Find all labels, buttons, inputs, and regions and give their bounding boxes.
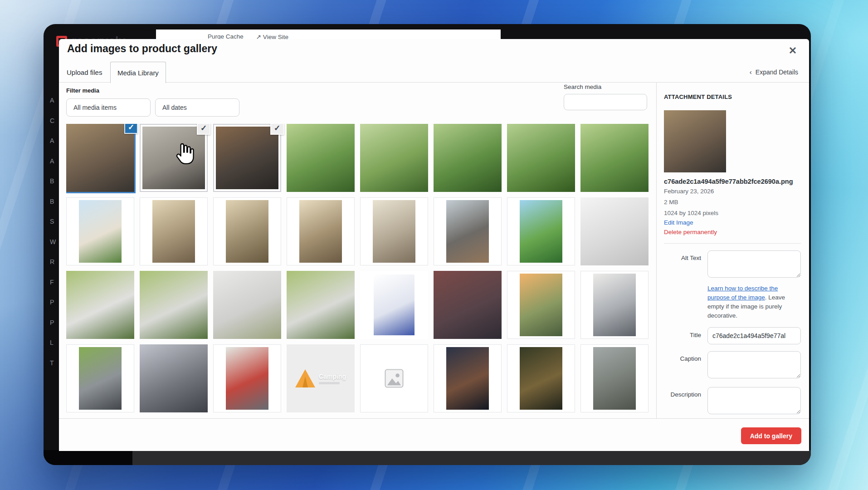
media-item-flashlight-gray-wood[interactable]: ✓: [140, 124, 208, 192]
description-label: Description: [664, 387, 707, 416]
filter-media-label: Filter media: [66, 87, 649, 94]
selected-check-icon[interactable]: ✓: [124, 124, 138, 134]
media-item-camp-stove-canister[interactable]: [360, 271, 428, 339]
media-item-rv-interior-window[interactable]: [287, 197, 355, 265]
media-item-screen-tent-sunset[interactable]: [507, 271, 575, 339]
media-item-privacy-tent[interactable]: [434, 124, 502, 192]
media-item-privacy-tent-open[interactable]: [507, 124, 575, 192]
media-item-white-plastic-detail[interactable]: [580, 197, 649, 265]
close-icon[interactable]: ✕: [786, 44, 799, 57]
window-bottom-strip: [44, 450, 811, 465]
media-item-hiker-mountains[interactable]: [580, 344, 649, 412]
attachment-filesize: 2 MB: [664, 197, 801, 207]
media-item-gray-red-tent[interactable]: [580, 271, 649, 339]
admin-menu-item-clipped[interactable]: R: [50, 258, 60, 279]
media-item-cooler-open-2[interactable]: [287, 271, 355, 339]
admin-menu-item-clipped[interactable]: A: [50, 97, 60, 117]
admin-menu-item-clipped[interactable]: B: [50, 198, 60, 218]
app-window: reservely Purge Cache ↗ View Site ACAABB…: [44, 24, 811, 465]
attachment-details-heading: ATTACHMENT DETAILS: [664, 93, 801, 100]
edit-image-link[interactable]: Edit Image: [664, 218, 801, 227]
camping-logo-text: Camping: [319, 373, 346, 380]
media-item-tent-interior-closeup[interactable]: [140, 344, 208, 412]
delete-permanently-link[interactable]: Delete permanently: [664, 227, 801, 237]
admin-menu-item-clipped[interactable]: S: [50, 218, 60, 238]
media-item-cabin-tent-park[interactable]: [287, 124, 355, 192]
admin-menu-item-clipped[interactable]: A: [50, 137, 60, 157]
admin-menu-item-clipped[interactable]: P: [50, 319, 60, 339]
media-item-flashlight-angled[interactable]: ✓: [213, 124, 281, 192]
media-item-rv-interior-sofa[interactable]: [213, 197, 281, 265]
expand-details-link[interactable]: ‹ Expand Details: [750, 68, 798, 76]
caption-label: Caption: [664, 351, 707, 380]
admin-menu-item-clipped[interactable]: C: [50, 117, 60, 137]
media-item-camper-bed[interactable]: [360, 197, 428, 265]
title-input[interactable]: [707, 327, 801, 344]
modal-tabbar: Upload files Media Library ‹ Expand Deta…: [59, 62, 809, 83]
media-library-pane: Filter media All media items All dates S…: [59, 83, 656, 418]
orange-tent-icon: [295, 369, 315, 387]
tab-media-library[interactable]: Media Library: [110, 62, 166, 83]
admin-menu-item-clipped[interactable]: T: [50, 359, 60, 380]
attachment-date: February 23, 2026: [664, 186, 801, 196]
add-to-gallery-button[interactable]: Add to gallery: [741, 427, 801, 444]
media-modal: Add images to product gallery ✕ Upload f…: [59, 39, 809, 451]
media-item-camping-logo[interactable]: Camping: [287, 344, 355, 412]
media-item-dome-tent-park[interactable]: [360, 124, 428, 192]
caption-textarea[interactable]: [707, 351, 801, 378]
admin-menu-item-clipped[interactable]: F: [50, 279, 60, 299]
search-media-label: Search media: [564, 83, 647, 90]
admin-menu-item-clipped[interactable]: B: [50, 177, 60, 198]
media-item-cabin-tent-park-2[interactable]: [580, 124, 649, 192]
media-grid: ✓✓✓Camping: [66, 124, 649, 418]
media-item-rv-interior-bed[interactable]: [140, 197, 208, 265]
admin-menu-item-clipped[interactable]: W: [50, 238, 60, 259]
admin-sidebar-bottom: [44, 450, 132, 465]
media-item-car-dashboard[interactable]: [434, 197, 502, 265]
media-item-string-lights-camp[interactable]: [507, 344, 575, 412]
broken-image-icon: [382, 367, 406, 390]
desktop-wallpaper: reservely Purge Cache ↗ View Site ACAABB…: [0, 0, 868, 490]
media-item-truck-camper[interactable]: [66, 197, 134, 265]
admin-menu-item-clipped[interactable]: L: [50, 339, 60, 359]
attachment-dimensions: 1024 by 1024 pixels: [664, 208, 801, 218]
attachment-details-panel: ATTACHMENT DETAILS c76ade2c1a494a5f9e77a…: [656, 83, 809, 418]
media-item-tent-lantern-interior[interactable]: [434, 271, 502, 339]
admin-menu-item-clipped[interactable]: P: [50, 299, 60, 319]
attachment-thumbnail: [664, 110, 726, 172]
alt-text-label: Alt Text: [664, 250, 707, 279]
attachment-divider: [664, 243, 801, 244]
media-item-tent-aerial[interactable]: [66, 344, 134, 412]
alt-text-textarea[interactable]: [707, 250, 801, 278]
attachment-filename: c76ade2c1a494a5f9e77abb2fce2690a.png: [664, 178, 801, 185]
modal-title: Add images to product gallery: [67, 43, 217, 55]
check-icon[interactable]: ✓: [270, 124, 284, 135]
tab-upload-files[interactable]: Upload files: [60, 62, 109, 83]
description-textarea[interactable]: [707, 387, 801, 414]
date-filter-select[interactable]: All dates: [155, 98, 239, 117]
chevron-left-icon: ‹: [750, 68, 752, 76]
admin-menu-item-clipped[interactable]: A: [50, 157, 60, 178]
media-item-red-screen-tent[interactable]: [213, 344, 281, 412]
title-label: Title: [664, 327, 707, 344]
media-item-image-placeholder[interactable]: [360, 344, 428, 412]
media-item-flashlight-clip[interactable]: ✓: [66, 124, 134, 192]
media-item-campsite-rv-trees[interactable]: [507, 197, 575, 265]
media-item-cooler-open[interactable]: [140, 271, 208, 339]
media-item-cooler-handle-closeup[interactable]: [213, 271, 281, 339]
media-item-cooler-closed[interactable]: [66, 271, 134, 339]
alt-text-help: Learn how to describe the purpose of the…: [707, 284, 801, 320]
media-item-night-telescope-camp[interactable]: [434, 344, 502, 412]
media-type-select[interactable]: All media items: [66, 98, 151, 117]
search-media-input[interactable]: [564, 94, 647, 110]
admin-sidebar-clipped-menu: ACAABBSWRFPPLT: [50, 97, 60, 379]
modal-footer: Add to gallery: [59, 418, 809, 451]
expand-details-label: Expand Details: [756, 69, 798, 76]
check-icon[interactable]: ✓: [197, 124, 210, 135]
